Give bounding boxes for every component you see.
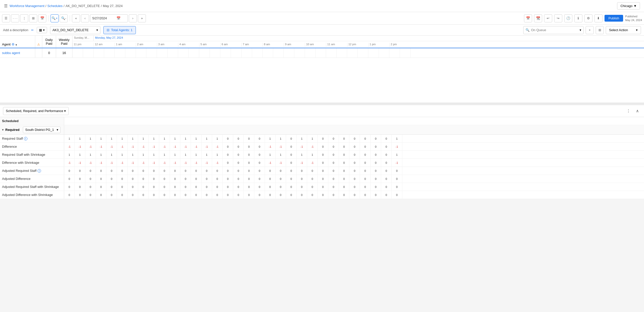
perf-cell-r1-c20: -1 <box>275 143 286 150</box>
perf-cell-r2-c31: 1 <box>392 151 402 159</box>
perf-cell-r2-c28: 0 <box>360 151 371 159</box>
calendar2-btn[interactable]: 📅 <box>524 14 532 22</box>
publish-button[interactable]: Publish <box>605 15 623 22</box>
perf-cell-r5-c15: 0 <box>223 175 233 183</box>
perf-cell-r2-c24: 0 <box>318 151 328 159</box>
queue-input[interactable] <box>531 28 571 32</box>
collapse-required-icon[interactable]: ▾ <box>2 128 4 132</box>
date-input[interactable] <box>92 16 115 20</box>
perf-row-label-2: Required Staff with Shrinkage <box>0 151 64 159</box>
history-btn[interactable]: 🕐 <box>564 14 572 22</box>
edit-icon[interactable]: ✏ <box>31 28 34 32</box>
info-btn[interactable]: ℹ <box>574 14 582 22</box>
undo-btn[interactable]: ↩ <box>544 14 552 22</box>
forward-btn[interactable]: › <box>129 14 137 22</box>
settings-btn[interactable]: ⚙ <box>584 14 592 22</box>
perf-cell-r1-c28: 0 <box>360 143 371 150</box>
perf-cell-r0-c17: 0 <box>244 135 254 142</box>
hamburger-icon[interactable]: ☰ <box>4 4 8 8</box>
select-action-button[interactable]: Select Action ▾ <box>606 26 641 34</box>
location-button[interactable]: Chicago ▼ <box>617 2 640 10</box>
perf-cell-r2-c25: 0 <box>328 151 339 159</box>
perf-cell-r5-c1: 0 <box>75 175 85 183</box>
schedule-cell-2 <box>94 48 104 58</box>
schedule-cell-24 <box>326 48 337 58</box>
skip-back-btn[interactable]: « <box>72 14 80 22</box>
agent-name-cell[interactable]: subbu agent <box>0 48 35 58</box>
info-icon[interactable]: i <box>37 169 41 173</box>
perf-cell-r2-c30: 0 <box>381 151 392 159</box>
perf-cell-r3-c15: 0 <box>223 159 233 167</box>
redo-btn[interactable]: ↪ <box>554 14 562 22</box>
perf-cell-r7-c6: 0 <box>128 191 138 199</box>
total-agents-label: Total Agents: 1 <box>111 28 132 32</box>
settings-icon[interactable]: ⚙ <box>12 42 15 46</box>
grid2-btn[interactable]: ⊞ <box>596 26 604 34</box>
collapse-icon[interactable]: ∧ <box>634 108 641 115</box>
perf-cell-r7-c13: 0 <box>202 191 212 199</box>
download-btn[interactable]: ⬇ <box>594 14 602 22</box>
schedule-cell-6 <box>136 48 146 58</box>
perf-cell-r0-c15: 0 <box>223 135 233 142</box>
perf-cell-r7-c31: 0 <box>392 191 402 199</box>
perf-cell-r3-c21: 0 <box>286 159 297 167</box>
perf-cell-r5-c28: 0 <box>360 175 371 183</box>
schedule-cell-8 <box>157 48 168 58</box>
time-label-6: 5 am <box>199 43 220 47</box>
dots-btn[interactable]: · · · <box>11 14 19 22</box>
perf-cell-r4-c16: 0 <box>233 167 244 175</box>
info-icon[interactable]: i <box>24 137 27 140</box>
back-btn[interactable]: ‹ <box>81 14 89 22</box>
calendar3-btn[interactable]: 📆 <box>534 14 542 22</box>
schedule-cell-27 <box>358 48 368 58</box>
view-button[interactable]: ▦ ▾ <box>37 27 47 33</box>
perf-cell-r2-c9: 1 <box>159 151 170 159</box>
perf-cell-r5-c8: 0 <box>149 175 159 183</box>
perf-cell-r0-c29: 0 <box>371 135 381 142</box>
perf-row-label-7: Adjusted Difference with Shrinkage <box>0 191 64 199</box>
grid-btn[interactable]: ⊞ <box>29 14 37 22</box>
queue-dropdown[interactable]: South District PG_1 ▾ <box>23 127 61 133</box>
perf-cell-r6-c12: 0 <box>191 183 202 191</box>
schedule-cell-5 <box>125 48 136 58</box>
perf-cell-r3-c25: 0 <box>328 159 339 167</box>
perf-cell-r0-c25: 0 <box>328 135 339 142</box>
perf-cell-r6-c9: 0 <box>159 183 170 191</box>
weekly-paid-cell: 16 <box>56 48 72 58</box>
breadcrumb-schedules[interactable]: Schedules <box>47 4 63 8</box>
more-options-btn[interactable]: ⋮ <box>20 14 28 22</box>
toolbar: ☰ · · · ⋮ ⊞ 📅 🔍+ 🔍- « ‹ 📅 › » 📅 📆 ↩ ↪ 🕐 … <box>0 12 644 25</box>
perf-cell-r2-c7: 1 <box>138 151 149 159</box>
more-vert-icon[interactable]: ⋮ <box>625 108 632 115</box>
breadcrumb-wfm[interactable]: Workforce Management <box>10 4 45 8</box>
perf-cell-r2-c23: 1 <box>307 151 318 159</box>
add-btn[interactable]: + <box>586 26 594 34</box>
menu-icon-btn[interactable]: ☰ <box>2 14 10 22</box>
perf-cell-r4-c23: 0 <box>307 167 318 175</box>
perf-cell-r2-c2: 1 <box>85 151 96 159</box>
time-label-4: 3 am <box>157 43 178 47</box>
perf-select[interactable]: Scheduled, Required, and Performance ▾ <box>3 107 69 115</box>
calendar-icon[interactable]: 📅 <box>116 16 120 20</box>
total-agents-filter[interactable]: ⊟ Total Agents: 1 <box>103 26 136 34</box>
zoom-out-btn[interactable]: 🔍- <box>60 14 68 22</box>
perf-cell-r7-c26: 0 <box>339 191 349 199</box>
chevron-down-icon[interactable]: ▾ <box>16 43 17 46</box>
calendar-btn[interactable]: 📅 <box>38 14 46 22</box>
perf-cell-r7-c5: 0 <box>117 191 128 199</box>
perf-row-6: Adjusted Required Staff with Shrinkage00… <box>0 183 644 191</box>
perf-cell-r0-c27: 0 <box>349 135 360 142</box>
skip-forward-btn[interactable]: » <box>138 14 146 22</box>
perf-cell-r6-c10: 0 <box>170 183 180 191</box>
schedule-select[interactable]: AK3_DO_NOT_DELETE ▾ <box>50 26 100 34</box>
perf-cell-r6-c11: 0 <box>180 183 191 191</box>
required-header: ▾ Required South District PG_1 ▾ <box>0 125 644 135</box>
zoom-in-btn[interactable]: 🔍+ <box>51 14 59 22</box>
desc-right: 🔍 ▾ + ⊞ Select Action ▾ <box>523 26 641 34</box>
perf-cell-r2-c12: 1 <box>191 151 202 159</box>
perf-cell-r2-c26: 0 <box>339 151 349 159</box>
add-description[interactable]: Add a description <box>3 28 28 32</box>
chevron-icon: ▾ <box>43 28 45 32</box>
perf-cell-r5-c14: 0 <box>212 175 223 183</box>
filter-icon: ⊟ <box>107 28 109 32</box>
